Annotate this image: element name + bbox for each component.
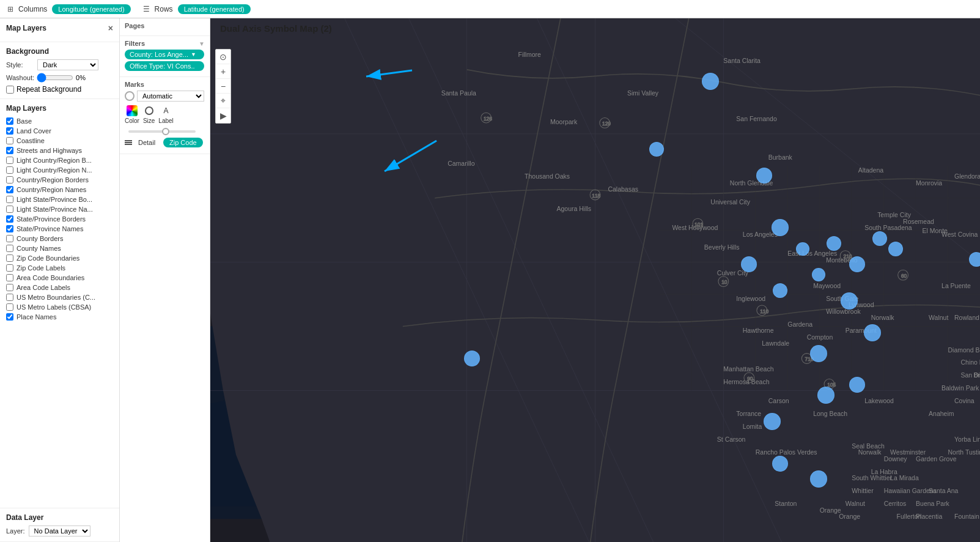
layer-checkbox-16[interactable] <box>6 274 13 281</box>
svg-text:129: 129 <box>602 121 611 127</box>
zoom-in-btn[interactable]: + <box>216 64 230 79</box>
layer-item-19[interactable]: US Metro Labels (CBSA) <box>6 302 113 312</box>
layer-checkbox-1[interactable] <box>6 127 13 135</box>
layer-checkbox-20[interactable] <box>6 313 13 321</box>
detail-label: Detail <box>138 139 160 146</box>
layer-item-20[interactable]: Place Names <box>6 312 113 322</box>
marks-type-select[interactable]: Automatic Bar Line Circle <box>137 91 204 102</box>
cursor-tool[interactable]: ⊙ <box>216 50 230 64</box>
map-canvas[interactable]: Santa Clarita Fillmore Santa Paula Simi … <box>210 18 980 542</box>
washout-label: Washout: <box>6 74 34 81</box>
columns-pill[interactable]: Longitude (generated) <box>52 4 130 14</box>
layer-item-18[interactable]: US Metro Boundaries (C... <box>6 292 113 302</box>
layer-item-15[interactable]: Zip Code Labels <box>6 263 113 273</box>
layer-checkbox-17[interactable] <box>6 284 13 291</box>
svg-text:La Mirada: La Mirada <box>890 475 919 481</box>
layer-checkbox-9[interactable] <box>6 206 13 213</box>
layer-item-13[interactable]: County Names <box>6 243 113 253</box>
search-map-btn[interactable]: ⌖ <box>216 94 230 108</box>
layer-item-3[interactable]: Streets and Highways <box>6 146 113 155</box>
layer-checkbox-8[interactable] <box>6 196 13 203</box>
layer-item-2[interactable]: Coastline <box>6 136 113 146</box>
marks-label: Marks <box>125 81 144 88</box>
svg-text:Lakewood: Lakewood <box>864 398 894 404</box>
svg-text:Montebello: Montebello <box>826 257 857 264</box>
layer-checkbox-13[interactable] <box>6 245 13 252</box>
county-filter-pill[interactable]: County: Los Ange... ▼ <box>125 50 204 59</box>
layer-item-5[interactable]: Light Country/Region N... <box>6 165 113 175</box>
layer-item-14[interactable]: Zip Code Boundaries <box>6 253 113 263</box>
map-layers-title: Map Layers <box>6 24 46 32</box>
color-mark-btn[interactable]: Color <box>125 105 139 124</box>
svg-text:110: 110 <box>760 308 768 314</box>
layer-checkbox-0[interactable] <box>6 117 13 125</box>
svg-text:Rosemead: Rosemead <box>903 218 934 225</box>
svg-text:Culver City: Culver City <box>717 270 749 277</box>
pages-label: Pages <box>125 22 144 29</box>
layer-item-17[interactable]: Area Code Labels <box>6 283 113 292</box>
map-layers-section-title: Map Layers <box>6 104 113 113</box>
layer-checkbox-6[interactable] <box>6 176 13 184</box>
svg-text:Carson: Carson <box>768 398 789 404</box>
layer-item-10[interactable]: State/Province Borders <box>6 214 113 224</box>
layer-checkbox-4[interactable] <box>6 157 13 164</box>
svg-text:Rowland Heights: Rowland Heights <box>954 314 980 321</box>
rows-label: Rows <box>155 5 173 13</box>
svg-text:Compton: Compton <box>807 334 833 341</box>
style-select[interactable]: Dark Light Normal <box>37 59 98 70</box>
svg-text:Beverly Hills: Beverly Hills <box>704 244 740 251</box>
pan-right-btn[interactable]: ▶ <box>216 108 230 123</box>
rows-icon: ☰ <box>143 5 150 13</box>
office-type-filter-pill[interactable]: Office Type: VI Cons.. <box>125 61 204 71</box>
filters-label: Filters <box>125 40 145 47</box>
layer-checkbox-2[interactable] <box>6 137 13 144</box>
marks-filters-panel: Pages Filters ▼ County: Los Ange... ▼ Of… <box>120 18 210 542</box>
filters-dropdown-icon[interactable]: ▼ <box>199 40 205 47</box>
repeat-background-checkbox[interactable] <box>6 86 14 94</box>
svg-text:Agoura Hills: Agoura Hills <box>557 206 592 212</box>
layer-checkbox-19[interactable] <box>6 303 13 311</box>
svg-text:Rancho Palos Verdes: Rancho Palos Verdes <box>756 449 817 456</box>
layer-item-8[interactable]: Light State/Province Bo... <box>6 195 113 204</box>
data-layer-select[interactable]: No Data Layer <box>29 525 90 536</box>
svg-text:St Carson: St Carson <box>717 436 746 443</box>
svg-text:Brea: Brea <box>974 372 980 379</box>
layer-item-4[interactable]: Light Country/Region B... <box>6 155 113 165</box>
background-title: Background <box>6 47 113 56</box>
layer-item-6[interactable]: Country/Region Borders <box>6 175 113 185</box>
layer-label-18: US Metro Boundaries (C... <box>17 294 95 301</box>
layer-checkbox-7[interactable] <box>6 186 13 193</box>
layer-item-9[interactable]: Light State/Province Na... <box>6 204 113 214</box>
size-slider-thumb[interactable] <box>162 128 169 135</box>
label-mark-btn[interactable]: A Label <box>158 105 173 124</box>
layer-checkbox-18[interactable] <box>6 294 13 301</box>
rows-pill[interactable]: Latitude (generated) <box>178 4 251 14</box>
zoom-out-btn[interactable]: − <box>216 79 230 94</box>
svg-text:Fountain Valley: Fountain Valley <box>954 513 980 520</box>
svg-text:East Los Angeles: East Los Angeles <box>787 250 837 257</box>
layer-item-7[interactable]: Country/Region Names <box>6 185 113 195</box>
layer-item-1[interactable]: Land Cover <box>6 126 113 136</box>
svg-text:Paramount: Paramount <box>846 327 877 334</box>
close-button[interactable]: × <box>108 23 113 33</box>
layer-checkbox-10[interactable] <box>6 215 13 223</box>
zipcode-pill[interactable]: Zip Code <box>163 138 203 147</box>
layer-label-13: County Names <box>17 245 61 252</box>
washout-slider[interactable] <box>37 73 73 83</box>
layer-item-11[interactable]: State/Province Names <box>6 224 113 234</box>
layer-checkbox-3[interactable] <box>6 147 13 154</box>
layer-checkbox-5[interactable] <box>6 166 13 174</box>
layer-checkbox-12[interactable] <box>6 235 13 242</box>
layer-label-1: Land Cover <box>17 127 51 135</box>
layer-item-16[interactable]: Area Code Boundaries <box>6 273 113 283</box>
layer-checkbox-15[interactable] <box>6 264 13 272</box>
layer-checkbox-11[interactable] <box>6 225 13 232</box>
layer-checkbox-14[interactable] <box>6 254 13 262</box>
columns-icon: ⊞ <box>7 5 13 13</box>
svg-text:Orange: Orange <box>820 507 841 514</box>
layer-item-12[interactable]: County Borders <box>6 234 113 243</box>
svg-text:Downey: Downey <box>884 456 908 462</box>
size-mark-btn[interactable]: Size <box>143 105 155 124</box>
layer-item-0[interactable]: Base <box>6 116 113 126</box>
filter1-arrow: ▼ <box>191 51 196 58</box>
